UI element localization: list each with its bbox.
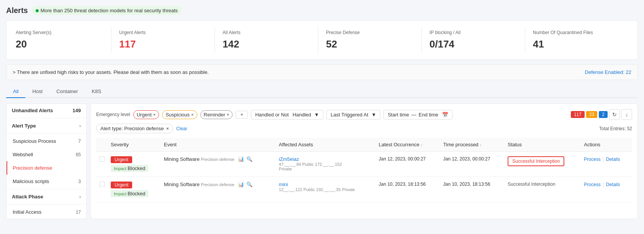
row-1-asset-detail2: Private — [279, 167, 373, 171]
dropdown-arrow-icon: ▼ — [240, 113, 244, 117]
total-entries: Total Entries: 52 — [599, 126, 632, 131]
sidebar-item-malicious-scripts[interactable]: Malicious scripts 3 — [7, 175, 86, 188]
filter-tag-suspicious[interactable]: Suspicious × — [162, 110, 197, 119]
col-checkbox — [96, 138, 108, 152]
emergency-level-dropdown[interactable]: ▼ — [236, 111, 248, 119]
badge-dot-icon — [36, 9, 39, 12]
row-2-event-icons: 📊 🔍 — [238, 182, 252, 187]
chart-icon-2[interactable]: 📊 — [238, 182, 244, 187]
tab-host[interactable]: Host — [25, 85, 49, 98]
stat-all-alerts: All Alerts 142 — [215, 27, 318, 53]
col-time-processed: Time processed ↕ — [440, 138, 505, 152]
stat-ip-blocking: IP blocking / All 0/174 — [422, 27, 525, 53]
sort-icon-time[interactable]: ↕ — [480, 143, 482, 147]
page-title: Alerts — [6, 6, 28, 15]
row-2-details-link[interactable]: Details — [606, 182, 620, 187]
stat-urgent-alerts: Urgent Alerts 117 — [111, 27, 215, 53]
sidebar-alert-type-header[interactable]: Alert Type › — [7, 119, 86, 133]
row-1-event-type: Precision defense — [201, 157, 234, 162]
col-event: Event — [161, 138, 276, 152]
row-1-event-icons: 📊 🔍 — [238, 156, 252, 162]
sidebar-unhandled-header: Unhandled Alerts 149 — [7, 104, 86, 117]
header-badge: More than 250 threat detection models fo… — [32, 6, 182, 15]
filter-tag-urgent[interactable]: Urgent × — [133, 110, 159, 119]
row-1-checkbox[interactable] — [99, 156, 105, 162]
row-1-asset-detail: 47.__.__.84 Public 172.__.__.152 — [279, 162, 373, 167]
row-2-status-text: Successful Interception — [508, 182, 555, 187]
sidebar-attack-phase-header[interactable]: Attack Phase › — [7, 190, 86, 203]
row-2-time-processed: Jan 10, 2023, 18:13:56 — [440, 177, 505, 202]
row-2-impact-badge: Impact Blocked — [111, 190, 148, 197]
handled-dropdown-arrow-icon: ▼ — [314, 112, 319, 118]
row-1-severity-badge: Urgent — [111, 156, 132, 163]
row-2-latest-occurrence: Jan 10, 2023, 18:13:56 — [375, 177, 440, 202]
row-1-latest-occurrence: Jan 12, 2023, 00:00:27 — [375, 152, 440, 177]
badge-orange: 23 — [586, 111, 597, 118]
row-1-event-name: Mining Software — [164, 156, 200, 162]
content-area: Emergency level Urgent × Suspicious × Re… — [90, 103, 638, 219]
col-severity: Severity — [108, 138, 161, 152]
tab-container[interactable]: Container — [49, 85, 85, 98]
filter-urgent-close-icon[interactable]: × — [153, 112, 156, 117]
sidebar-item-initial-access[interactable]: Initial Access 17 — [7, 205, 86, 219]
time-filter[interactable]: Last Triggered At ▼ — [326, 110, 380, 119]
date-range-picker[interactable]: Start time — End time 📅 — [383, 110, 452, 119]
stats-card: Alerting Server(s) 20 Urgent Alerts 117 … — [6, 20, 638, 60]
alert-type-filter-close-icon[interactable]: × — [166, 126, 169, 131]
refresh-button[interactable]: ↻ — [609, 109, 620, 120]
badge-blue: 2 — [599, 111, 608, 118]
col-latest-occurrence: Latest Occurrence ↕ — [375, 138, 440, 152]
filter-row-1: Emergency level Urgent × Suspicious × Re… — [96, 109, 632, 120]
row-1-status-badge: Successful Interception — [508, 156, 564, 166]
calendar-icon: 📅 — [442, 112, 448, 118]
chart-icon[interactable]: 📊 — [238, 156, 244, 162]
badge-red: 117 — [571, 111, 585, 118]
tab-all[interactable]: All — [6, 85, 25, 98]
row-2-severity-badge: Urgent — [111, 182, 132, 188]
row-1-asset-ip[interactable]: iZm5eiaz — [279, 156, 299, 162]
row-2-event-name: Mining Software — [164, 182, 200, 187]
stat-alerting-servers: Alerting Server(s) 20 — [16, 27, 111, 53]
row-2-process-link[interactable]: Process — [584, 182, 600, 187]
row-2-asset-detail: 12__.__.122 Public 192.__.__.35 Private — [279, 187, 373, 192]
row-1-impact-badge: Impact Blocked — [111, 165, 148, 172]
alert-type-filter-tag[interactable]: Alert type: Precision defense × — [96, 124, 173, 133]
row-1-time-processed: Jan 12, 2023, 00:00:27 — [440, 152, 505, 177]
count-badges: 117 23 2 ↻ ↓ — [571, 109, 632, 120]
filter-suspicious-close-icon[interactable]: × — [191, 112, 193, 117]
row-1-process-link[interactable]: Process — [584, 157, 600, 162]
row-1-details-link[interactable]: Details — [606, 157, 620, 162]
table-row: Urgent Impact Blocked Mining Software Pr… — [96, 177, 632, 202]
stat-precise-defense: Precise Defense 52 — [318, 27, 422, 53]
sidebar-item-suspicious-process[interactable]: Suspicious Process 7 — [7, 134, 86, 148]
row-2-checkbox[interactable] — [99, 182, 105, 187]
row-2-event-type: Precision defense — [201, 182, 234, 187]
row-2-asset-ip[interactable]: mini — [279, 182, 288, 187]
download-button[interactable]: ↓ — [621, 109, 632, 120]
sort-icon-latest[interactable]: ↕ — [421, 143, 423, 147]
col-affected-assets: Affected Assets — [276, 138, 376, 152]
sidebar-item-webshell[interactable]: Webshell 65 — [7, 148, 86, 161]
sidebar: Unhandled Alerts 149 Alert Type › Suspic… — [6, 103, 87, 219]
chevron-right-icon-2: › — [79, 194, 81, 200]
search-icon-2[interactable]: 🔍 — [246, 182, 252, 187]
filter-tag-reminder[interactable]: Reminder × — [200, 110, 233, 119]
col-status: Status — [505, 138, 581, 152]
filter-reminder-close-icon[interactable]: × — [227, 112, 229, 117]
tab-k8s[interactable]: K8S — [85, 85, 108, 98]
alerts-table: Severity Event Affected Assets Latest Oc… — [96, 138, 632, 202]
stat-quarantined-files: Number Of Quarantined Files 41 — [525, 27, 628, 53]
table-row: Urgent Impact Blocked Mining Software Pr… — [96, 152, 632, 177]
handled-filter[interactable]: Handled or Not Handled ▼ — [251, 110, 323, 119]
main-tabs: All Host Container K8S — [6, 85, 638, 98]
filter-row-2: Alert type: Precision defense × Clear To… — [96, 124, 632, 133]
time-dropdown-arrow-icon: ▼ — [371, 112, 376, 118]
search-icon[interactable]: 🔍 — [246, 156, 252, 162]
clear-button[interactable]: Clear — [176, 126, 187, 131]
sidebar-item-precision-defense[interactable]: Precision defense — [7, 161, 86, 175]
chevron-right-icon: › — [79, 123, 81, 129]
info-banner: > There are unfixed high risks to your a… — [6, 64, 638, 80]
col-actions: Actions — [581, 138, 632, 152]
